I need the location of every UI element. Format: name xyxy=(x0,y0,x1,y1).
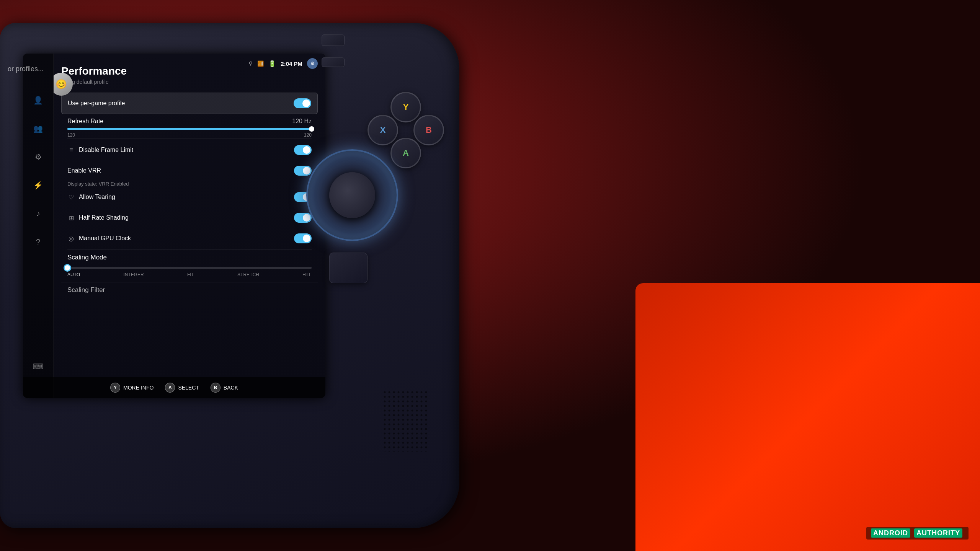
sidebar-item-help[interactable]: ? xyxy=(30,233,47,250)
scaling-options: AUTO INTEGER FIT STRETCH FILL xyxy=(67,272,312,277)
b-face-button[interactable]: B xyxy=(413,115,444,145)
back-label: BACK xyxy=(224,385,238,391)
b-button-icon: B xyxy=(211,383,220,393)
profile-icon: 👤 xyxy=(33,96,43,105)
enable-vrr-section: Enable VRR Display state: VRR Enabled xyxy=(61,160,318,187)
friends-icon: 👥 xyxy=(33,124,43,133)
screen: 👤 👥 ⚙ ⚡ ♪ ? ⌨ xyxy=(23,54,325,398)
sidebar: 👤 👥 ⚙ ⚡ ♪ ? ⌨ xyxy=(23,54,54,398)
svg-rect-1 xyxy=(383,390,429,452)
screen-container: 👤 👥 ⚙ ⚡ ♪ ? ⌨ xyxy=(23,54,325,398)
a-label: A xyxy=(403,148,409,158)
vrr-status: Display state: VRR Enabled xyxy=(61,181,318,187)
sidebar-item-performance[interactable]: ⚡ xyxy=(30,177,47,194)
performance-icon: ⚡ xyxy=(33,181,43,190)
per-game-profile-label: Use per-game profile xyxy=(68,100,125,107)
sidebar-item-music[interactable]: ♪ xyxy=(30,205,47,222)
scaling-mode-label: Scaling Mode xyxy=(67,254,312,261)
settings-list: Use per-game profile Refresh Rate 120 Hz xyxy=(61,93,318,295)
scaling-filter-row: Scaling Filter xyxy=(61,282,318,295)
page-subtitle: Using default profile xyxy=(61,79,318,85)
divider-1 xyxy=(67,139,312,139)
scaling-option-integer[interactable]: INTEGER xyxy=(123,272,144,277)
b-label: B xyxy=(426,125,432,135)
bottom-bar: Y MORE INFO A SELECT B BACK xyxy=(23,377,325,398)
half-rate-shading-label: Half Rate Shading xyxy=(79,214,129,221)
manual-gpu-clock-label: Manual GPU Clock xyxy=(79,235,131,242)
refresh-rate-min: 120 xyxy=(67,132,75,138)
per-game-profile-toggle[interactable] xyxy=(294,98,311,108)
select-button[interactable]: A SELECT xyxy=(165,383,199,393)
main-content: 😊 Performance Using default profile Use … xyxy=(54,54,325,398)
disable-frame-limit-label: Disable Frame Limit xyxy=(79,147,133,153)
allow-tearing-icon: ♡ xyxy=(67,194,75,201)
sidebar-item-settings[interactable]: ⚙ xyxy=(30,148,47,165)
half-rate-shading-row[interactable]: ⊞ Half Rate Shading xyxy=(61,207,318,228)
manual-gpu-clock-icon: ◎ xyxy=(67,235,75,242)
y-label: Y xyxy=(403,102,409,112)
help-icon: ? xyxy=(36,238,40,246)
sidebar-item-keyboard[interactable]: ⌨ xyxy=(30,358,47,375)
scaling-mode-section: Scaling Mode AUTO INTEGER FIT STRETCH FI… xyxy=(61,251,318,282)
refresh-rate-label: Refresh Rate xyxy=(67,118,103,125)
speaker-grill xyxy=(383,390,429,452)
more-info-button[interactable]: Y MORE INFO xyxy=(110,383,154,393)
frame-limit-icon: ≡ xyxy=(67,147,75,153)
sidebar-item-friends[interactable]: 👥 xyxy=(30,120,47,137)
scaling-option-stretch[interactable]: STRETCH xyxy=(237,272,259,277)
enable-vrr-row[interactable]: Enable VRR xyxy=(61,160,318,181)
refresh-rate-slider[interactable] xyxy=(67,128,312,130)
more-info-label: MORE INFO xyxy=(123,385,154,391)
divider-2 xyxy=(67,249,312,250)
analog-stick[interactable] xyxy=(329,172,375,218)
settings-icon: ⚙ xyxy=(35,152,42,161)
analog-ring xyxy=(306,149,398,241)
scaling-option-fill[interactable]: FILL xyxy=(302,272,312,277)
sidebar-item-profile[interactable]: 👤 xyxy=(30,92,47,109)
speaker-dots-svg xyxy=(383,390,429,452)
scaling-mode-slider[interactable] xyxy=(67,267,312,269)
y-face-button[interactable]: Y xyxy=(390,92,421,122)
disable-frame-limit-row[interactable]: ≡ Disable Frame Limit xyxy=(61,140,318,160)
refresh-rate-row: Refresh Rate 120 Hz 120 120 xyxy=(61,114,318,138)
back-button[interactable]: B BACK xyxy=(211,383,238,393)
per-game-profile-row[interactable]: Use per-game profile xyxy=(61,93,318,114)
keyboard-icon: ⌨ xyxy=(33,362,44,371)
scaling-option-fit[interactable]: FIT xyxy=(187,272,194,277)
a-button-icon: A xyxy=(165,383,175,393)
allow-tearing-label: Allow Tearing xyxy=(79,194,115,201)
half-rate-shading-icon: ⊞ xyxy=(67,214,75,222)
touchpad-button[interactable] xyxy=(329,253,368,283)
analog-stick-area xyxy=(306,149,398,241)
scaling-option-auto[interactable]: AUTO xyxy=(67,272,80,277)
watermark: ANDROID AUTHORITY xyxy=(866,527,969,540)
x-label: X xyxy=(380,125,386,135)
refresh-rate-value: 120 Hz xyxy=(292,118,312,125)
scaling-filter-label: Scaling Filter xyxy=(61,282,318,295)
red-surface xyxy=(635,283,980,551)
watermark-suffix: AUTHORITY xyxy=(914,528,962,538)
profiles-text: or profiles... xyxy=(8,65,44,73)
page-title: Performance xyxy=(61,65,318,77)
shoulder-button-1[interactable] xyxy=(322,34,345,46)
refresh-rate-max: 120 xyxy=(304,132,312,138)
shoulder-button-2[interactable] xyxy=(322,57,345,67)
music-icon: ♪ xyxy=(36,209,40,218)
x-face-button[interactable]: X xyxy=(368,115,398,145)
manual-gpu-clock-row[interactable]: ◎ Manual GPU Clock xyxy=(61,228,318,249)
allow-tearing-row[interactable]: ♡ Allow Tearing xyxy=(61,187,318,207)
y-button-icon: Y xyxy=(110,383,120,393)
enable-vrr-label: Enable VRR xyxy=(67,167,101,174)
select-label: SELECT xyxy=(178,385,199,391)
watermark-brand: ANDROID xyxy=(871,528,910,538)
device-body: 👤 👥 ⚙ ⚡ ♪ ? ⌨ xyxy=(0,23,459,528)
